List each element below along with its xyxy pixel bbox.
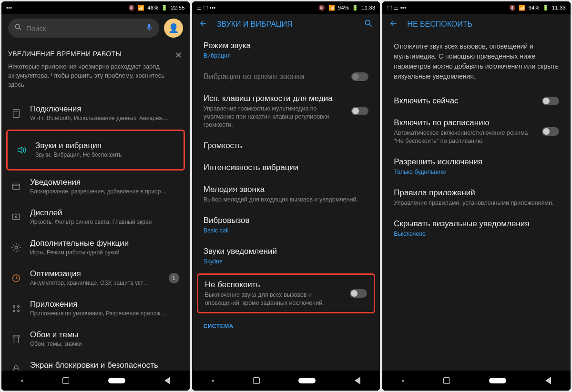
setting-sound-mode[interactable]: Режим звукаВибрация bbox=[192, 35, 380, 66]
clock: 11:33 bbox=[361, 5, 375, 10]
svg-point-11 bbox=[13, 305, 15, 307]
wallpaper-icon bbox=[10, 333, 22, 345]
item-optimization[interactable]: ОптимизацияАккумулятор, хранилище, ОЗУ, … bbox=[1, 263, 190, 293]
settings-list: ПодключенияWi-Fi, Bluetooth, Использован… bbox=[1, 98, 190, 371]
battery-tip-card[interactable]: УВЕЛИЧЕНИЕ ВРЕМЕНИ РАБОТЫ ✕ Некоторые пр… bbox=[8, 45, 183, 96]
toggle-dnd[interactable] bbox=[350, 289, 367, 298]
clock: 22:55 bbox=[171, 5, 185, 10]
nav-back[interactable] bbox=[355, 377, 360, 384]
nav-recent[interactable] bbox=[443, 377, 450, 384]
item-sounds-vibration[interactable]: Звуки и вибрацияЗвуки, Вибрация, Не бесп… bbox=[12, 135, 179, 165]
setting-enable-scheduled[interactable]: Включить по расписаниюАвтоматическое вкл… bbox=[382, 112, 571, 151]
setting-volume-keys-media[interactable]: Исп. клавиш громкости для медиаУправлени… bbox=[192, 88, 380, 135]
battery-icon: 🔋 bbox=[542, 5, 549, 11]
back-arrow-icon[interactable] bbox=[389, 19, 398, 30]
battery-text: 94% bbox=[529, 5, 540, 10]
svg-point-9 bbox=[15, 246, 18, 249]
nav-bar bbox=[1, 371, 190, 391]
status-bar: ••• 🔇 📶 46% 🔋 22:55 bbox=[1, 1, 190, 14]
setting-app-rules[interactable]: Правила приложенийУправление правилами, … bbox=[382, 182, 571, 213]
item-connections[interactable]: ПодключенияWi-Fi, Bluetooth, Использован… bbox=[1, 98, 190, 129]
card-title: УВЕЛИЧЕНИЕ ВРЕМЕНИ РАБОТЫ bbox=[8, 50, 122, 58]
svg-point-8 bbox=[15, 216, 17, 218]
svg-point-13 bbox=[13, 310, 15, 312]
svg-line-1 bbox=[19, 28, 21, 30]
toggle-vibrate-ring[interactable] bbox=[351, 72, 368, 81]
advanced-icon bbox=[10, 241, 22, 254]
back-arrow-icon[interactable] bbox=[199, 19, 208, 30]
item-display[interactable]: ДисплейЯркость, Фильтр синего света, Гла… bbox=[1, 202, 190, 232]
nav-bar bbox=[382, 371, 571, 391]
mute-icon: 🔇 bbox=[128, 5, 135, 11]
section-system-label: СИСТЕМА bbox=[192, 316, 380, 332]
nav-home[interactable] bbox=[489, 378, 506, 383]
item-advanced[interactable]: Дополнительные функцииИгры, Режим работы… bbox=[1, 232, 190, 263]
close-icon[interactable]: ✕ bbox=[174, 50, 183, 60]
search-icon bbox=[14, 23, 22, 33]
setting-enable-now[interactable]: Включить сейчас bbox=[382, 90, 571, 112]
setting-notification-sounds[interactable]: Звуки уведомленийSkyline bbox=[192, 241, 380, 271]
sim-icon bbox=[10, 107, 22, 120]
toggle-enable-now[interactable] bbox=[542, 97, 559, 105]
svg-rect-4 bbox=[13, 109, 20, 117]
status-left-icons: ••• bbox=[6, 5, 12, 10]
mute-icon: 🔇 bbox=[318, 5, 325, 11]
search-input[interactable] bbox=[26, 24, 141, 32]
item-apps[interactable]: ПриложенияПриложения по умолчанию, Разре… bbox=[1, 293, 190, 324]
wifi-icon: 📶 bbox=[328, 5, 335, 11]
nav-back[interactable] bbox=[545, 377, 551, 384]
battery-text: 94% bbox=[338, 5, 349, 10]
notification-icon bbox=[10, 181, 22, 193]
svg-point-14 bbox=[18, 310, 20, 312]
card-desc: Некоторые приложения чрезмерно расходуют… bbox=[8, 62, 180, 90]
nav-dot[interactable] bbox=[212, 380, 214, 382]
optimize-icon bbox=[10, 272, 22, 284]
battery-icon: 🔋 bbox=[352, 5, 358, 11]
profile-avatar[interactable]: 👤 bbox=[164, 19, 183, 38]
toggle-enable-scheduled[interactable] bbox=[542, 127, 559, 136]
mute-icon: 🔇 bbox=[509, 5, 516, 11]
setting-allow-exceptions[interactable]: Разрешить исключенияТолько будильники bbox=[382, 151, 571, 182]
setting-vibrate-ringing[interactable]: Вибрация во время звонка bbox=[192, 66, 380, 88]
setting-do-not-disturb[interactable]: Не беспокоитьВыключение звука для всех в… bbox=[198, 275, 374, 312]
phone-dnd: ⬚ ☰ ••• 🔇 📶 94% 🔋 11:33 НЕ БЕСПОКОИТЬ От… bbox=[382, 1, 571, 391]
nav-recent[interactable] bbox=[62, 377, 69, 384]
svg-rect-2 bbox=[148, 24, 150, 28]
nav-back[interactable] bbox=[164, 377, 170, 384]
phone-sounds-vibration: ☰ ⬚ ••• 🔇 📶 94% 🔋 11:33 ЗВУКИ И ВИБРАЦИЯ… bbox=[192, 1, 380, 391]
search-box[interactable] bbox=[8, 19, 159, 38]
svg-rect-7 bbox=[13, 214, 20, 219]
nav-home[interactable] bbox=[298, 378, 316, 383]
setting-volume[interactable]: Громкость bbox=[192, 135, 380, 157]
mic-icon[interactable] bbox=[145, 23, 153, 33]
item-lockscreen[interactable]: Экран блокировки и безопасностьAlways On… bbox=[1, 354, 190, 371]
svg-point-12 bbox=[18, 305, 20, 307]
wifi-icon: 📶 bbox=[519, 5, 525, 11]
svg-rect-5 bbox=[13, 184, 20, 189]
badge-count: 1 bbox=[169, 273, 179, 283]
nav-dot[interactable] bbox=[402, 380, 404, 382]
status-left-icons: ⬚ ☰ ••• bbox=[387, 5, 406, 11]
item-wallpaper[interactable]: Обои и темыОбои, темы, значки bbox=[1, 324, 190, 354]
item-notifications[interactable]: УведомленияБлокирование, разрешение, доб… bbox=[1, 171, 190, 202]
item-sounds-highlight: Звуки и вибрацияЗвуки, Вибрация, Не бесп… bbox=[6, 130, 185, 171]
apps-icon bbox=[10, 302, 22, 315]
page-title: НЕ БЕСПОКОИТЬ bbox=[407, 20, 564, 29]
search-row: 👤 bbox=[1, 14, 190, 40]
setting-vibration-intensity[interactable]: Интенсивность вибрации bbox=[192, 157, 380, 179]
nav-bar bbox=[192, 371, 380, 391]
search-icon[interactable] bbox=[364, 19, 373, 30]
nav-recent[interactable] bbox=[253, 377, 260, 384]
svg-point-16 bbox=[366, 20, 370, 25]
svg-rect-15 bbox=[14, 369, 19, 371]
toggle-volume-keys[interactable] bbox=[351, 107, 368, 115]
svg-line-17 bbox=[370, 25, 372, 27]
setting-ringtone[interactable]: Мелодия звонкаВыбор мелодий для входящих… bbox=[192, 179, 380, 210]
wifi-icon: 📶 bbox=[138, 5, 144, 11]
nav-dot[interactable] bbox=[21, 380, 23, 382]
svg-point-0 bbox=[15, 24, 20, 29]
status-bar: ☰ ⬚ ••• 🔇 📶 94% 🔋 11:33 bbox=[192, 1, 380, 14]
setting-vibration-pattern[interactable]: ВибровызовBasic call bbox=[192, 210, 380, 241]
nav-home[interactable] bbox=[108, 378, 125, 383]
setting-hide-visual[interactable]: Скрывать визуальные уведомленияВыключено bbox=[382, 213, 571, 244]
